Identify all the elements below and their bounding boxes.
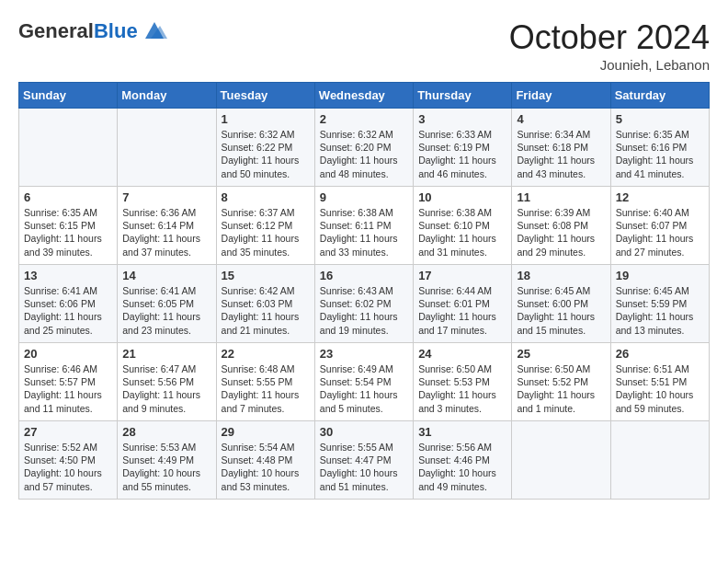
cell-info: Sunrise: 6:36 AM Sunset: 6:14 PM Dayligh…	[122, 206, 210, 259]
day-number: 21	[122, 347, 210, 361]
day-number: 29	[222, 425, 310, 439]
cell-info: Sunrise: 6:34 AM Sunset: 6:18 PM Dayligh…	[517, 128, 605, 180]
calendar-cell: 12Sunrise: 6:40 AM Sunset: 6:07 PM Dayli…	[610, 187, 709, 265]
weekday-header: Tuesday	[216, 83, 314, 109]
logo: GeneralBlue	[18, 18, 167, 44]
day-number: 12	[616, 190, 704, 204]
day-number: 28	[122, 425, 210, 439]
cell-info: Sunrise: 6:33 AM Sunset: 6:19 PM Dayligh…	[418, 128, 506, 180]
day-number: 16	[320, 269, 408, 282]
calendar-cell: 31Sunrise: 5:56 AM Sunset: 4:46 PM Dayli…	[414, 421, 512, 500]
calendar-cell: 2Sunrise: 6:32 AM Sunset: 6:20 PM Daylig…	[314, 109, 413, 187]
day-number: 4	[517, 112, 605, 126]
calendar-cell: 29Sunrise: 5:54 AM Sunset: 4:48 PM Dayli…	[216, 421, 314, 500]
cell-info: Sunrise: 6:50 AM Sunset: 5:52 PM Dayligh…	[517, 362, 605, 415]
day-number: 23	[320, 347, 408, 361]
weekday-header-row: SundayMondayTuesdayWednesdayThursdayFrid…	[19, 83, 710, 109]
cell-info: Sunrise: 5:56 AM Sunset: 4:46 PM Dayligh…	[418, 441, 506, 493]
day-number: 1	[222, 112, 310, 126]
calendar-cell: 19Sunrise: 6:45 AM Sunset: 5:59 PM Dayli…	[610, 265, 709, 343]
logo-general-text: General	[18, 19, 94, 42]
cell-info: Sunrise: 6:50 AM Sunset: 5:53 PM Dayligh…	[418, 362, 506, 415]
logo-icon	[142, 18, 167, 44]
day-number: 30	[320, 425, 408, 439]
calendar-cell: 16Sunrise: 6:43 AM Sunset: 6:02 PM Dayli…	[314, 265, 413, 343]
calendar-cell	[19, 109, 118, 187]
logo-blue-text: Blue	[94, 19, 138, 42]
cell-info: Sunrise: 6:47 AM Sunset: 5:56 PM Dayligh…	[122, 362, 210, 415]
calendar-cell: 27Sunrise: 5:52 AM Sunset: 4:50 PM Dayli…	[19, 421, 118, 500]
calendar-table: SundayMondayTuesdayWednesdayThursdayFrid…	[18, 82, 710, 500]
day-number: 6	[24, 190, 112, 204]
day-number: 2	[320, 112, 408, 126]
day-number: 27	[24, 425, 112, 439]
calendar-row: 6Sunrise: 6:35 AM Sunset: 6:15 PM Daylig…	[19, 187, 710, 265]
cell-info: Sunrise: 6:42 AM Sunset: 6:03 PM Dayligh…	[222, 284, 310, 337]
calendar-row: 27Sunrise: 5:52 AM Sunset: 4:50 PM Dayli…	[19, 421, 710, 500]
day-number: 14	[122, 269, 210, 282]
calendar-cell: 5Sunrise: 6:35 AM Sunset: 6:16 PM Daylig…	[610, 109, 709, 187]
calendar-cell: 30Sunrise: 5:55 AM Sunset: 4:47 PM Dayli…	[314, 421, 413, 500]
calendar-cell: 11Sunrise: 6:39 AM Sunset: 6:08 PM Dayli…	[512, 187, 610, 265]
weekday-header: Thursday	[414, 83, 512, 109]
day-number: 15	[222, 269, 310, 282]
calendar-cell: 22Sunrise: 6:48 AM Sunset: 5:55 PM Dayli…	[216, 343, 314, 421]
cell-info: Sunrise: 6:45 AM Sunset: 6:00 PM Dayligh…	[517, 284, 605, 337]
day-number: 25	[517, 347, 605, 361]
calendar-cell: 21Sunrise: 6:47 AM Sunset: 5:56 PM Dayli…	[118, 343, 216, 421]
day-number: 9	[320, 190, 408, 204]
location-subtitle: Jounieh, Lebanon	[509, 57, 710, 73]
calendar-cell: 17Sunrise: 6:44 AM Sunset: 6:01 PM Dayli…	[414, 265, 512, 343]
day-number: 26	[616, 347, 704, 361]
day-number: 24	[418, 347, 506, 361]
weekday-header: Monday	[118, 83, 216, 109]
cell-info: Sunrise: 6:35 AM Sunset: 6:15 PM Dayligh…	[24, 206, 112, 259]
calendar-cell: 3Sunrise: 6:33 AM Sunset: 6:19 PM Daylig…	[414, 109, 512, 187]
cell-info: Sunrise: 6:32 AM Sunset: 6:20 PM Dayligh…	[320, 128, 408, 180]
day-number: 10	[418, 190, 506, 204]
day-number: 3	[418, 112, 506, 126]
day-number: 8	[222, 190, 310, 204]
weekday-header: Friday	[512, 83, 610, 109]
weekday-header: Sunday	[19, 83, 118, 109]
cell-info: Sunrise: 6:43 AM Sunset: 6:02 PM Dayligh…	[320, 284, 408, 337]
calendar-cell	[118, 109, 216, 187]
calendar-row: 20Sunrise: 6:46 AM Sunset: 5:57 PM Dayli…	[19, 343, 710, 421]
calendar-cell: 18Sunrise: 6:45 AM Sunset: 6:00 PM Dayli…	[512, 265, 610, 343]
cell-info: Sunrise: 6:39 AM Sunset: 6:08 PM Dayligh…	[517, 206, 605, 259]
day-number: 18	[517, 269, 605, 282]
calendar-cell: 15Sunrise: 6:42 AM Sunset: 6:03 PM Dayli…	[216, 265, 314, 343]
cell-info: Sunrise: 6:38 AM Sunset: 6:11 PM Dayligh…	[320, 206, 408, 259]
cell-info: Sunrise: 6:40 AM Sunset: 6:07 PM Dayligh…	[616, 206, 704, 259]
calendar-cell: 13Sunrise: 6:41 AM Sunset: 6:06 PM Dayli…	[19, 265, 118, 343]
cell-info: Sunrise: 6:41 AM Sunset: 6:05 PM Dayligh…	[122, 284, 210, 337]
cell-info: Sunrise: 5:52 AM Sunset: 4:50 PM Dayligh…	[24, 441, 112, 493]
calendar-cell: 23Sunrise: 6:49 AM Sunset: 5:54 PM Dayli…	[314, 343, 413, 421]
calendar-cell	[610, 421, 709, 500]
calendar-cell: 8Sunrise: 6:37 AM Sunset: 6:12 PM Daylig…	[216, 187, 314, 265]
calendar-cell	[512, 421, 610, 500]
day-number: 13	[24, 269, 112, 282]
day-number: 31	[418, 425, 506, 439]
day-number: 11	[517, 190, 605, 204]
cell-info: Sunrise: 6:48 AM Sunset: 5:55 PM Dayligh…	[222, 362, 310, 415]
month-title: October 2024	[509, 18, 710, 57]
calendar-cell: 20Sunrise: 6:46 AM Sunset: 5:57 PM Dayli…	[19, 343, 118, 421]
calendar-cell: 4Sunrise: 6:34 AM Sunset: 6:18 PM Daylig…	[512, 109, 610, 187]
calendar-cell: 25Sunrise: 6:50 AM Sunset: 5:52 PM Dayli…	[512, 343, 610, 421]
page-header: GeneralBlue October 2024 Jounieh, Lebano…	[18, 18, 710, 73]
cell-info: Sunrise: 6:51 AM Sunset: 5:51 PM Dayligh…	[616, 362, 704, 415]
day-number: 20	[24, 347, 112, 361]
calendar-cell: 26Sunrise: 6:51 AM Sunset: 5:51 PM Dayli…	[610, 343, 709, 421]
calendar-cell: 14Sunrise: 6:41 AM Sunset: 6:05 PM Dayli…	[118, 265, 216, 343]
cell-info: Sunrise: 6:38 AM Sunset: 6:10 PM Dayligh…	[418, 206, 506, 259]
day-number: 17	[418, 269, 506, 282]
calendar-row: 13Sunrise: 6:41 AM Sunset: 6:06 PM Dayli…	[19, 265, 710, 343]
calendar-cell: 9Sunrise: 6:38 AM Sunset: 6:11 PM Daylig…	[314, 187, 413, 265]
calendar-cell: 10Sunrise: 6:38 AM Sunset: 6:10 PM Dayli…	[414, 187, 512, 265]
day-number: 5	[616, 112, 704, 126]
cell-info: Sunrise: 6:37 AM Sunset: 6:12 PM Dayligh…	[222, 206, 310, 259]
cell-info: Sunrise: 5:55 AM Sunset: 4:47 PM Dayligh…	[320, 441, 408, 493]
day-number: 22	[222, 347, 310, 361]
cell-info: Sunrise: 6:35 AM Sunset: 6:16 PM Dayligh…	[616, 128, 704, 180]
